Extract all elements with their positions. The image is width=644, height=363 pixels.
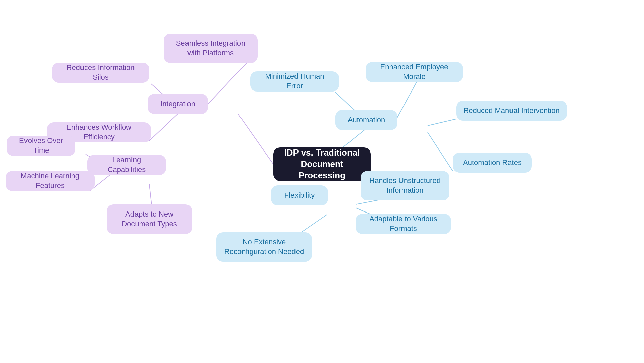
svg-line-3 (149, 114, 178, 141)
svg-line-11 (428, 119, 456, 126)
reduces-silos-node: Reduces Information Silos (52, 63, 149, 83)
svg-line-12 (428, 132, 453, 171)
seamless-integration-node: Seamless Integration with Platforms (164, 34, 258, 63)
evolves-over-time-node: Evolves Over Time (7, 136, 75, 156)
no-reconfiguration-node: No Extensive Reconfiguration Needed (216, 232, 312, 262)
automation-rates-node: Automation Rates (453, 153, 532, 173)
reduced-intervention-node: Reduced Manual Intervention (456, 101, 567, 121)
flexibility-node: Flexibility (271, 185, 328, 205)
center-node-label: IDP vs. Traditional Document Processing (279, 147, 365, 181)
center-node: IDP vs. Traditional Document Processing (273, 147, 371, 181)
automation-node: Automation (335, 110, 397, 130)
integration-node: Integration (148, 94, 208, 114)
svg-line-1 (208, 57, 252, 104)
svg-line-10 (396, 82, 417, 119)
adapts-document-types-node: Adapts to New Document Types (107, 204, 192, 234)
learning-capabilities-node: Learning Capabilities (87, 155, 166, 175)
minimized-error-node: Minimized Human Error (250, 71, 339, 92)
machine-learning-node: Machine Learning Features (6, 171, 95, 191)
adaptable-formats-node: Adaptable to Various Formats (356, 214, 451, 234)
unstructured-info-node: Handles Unstructured Information (361, 171, 449, 200)
svg-line-0 (238, 114, 273, 164)
employee-morale-node: Enhanced Employee Morale (366, 62, 463, 82)
